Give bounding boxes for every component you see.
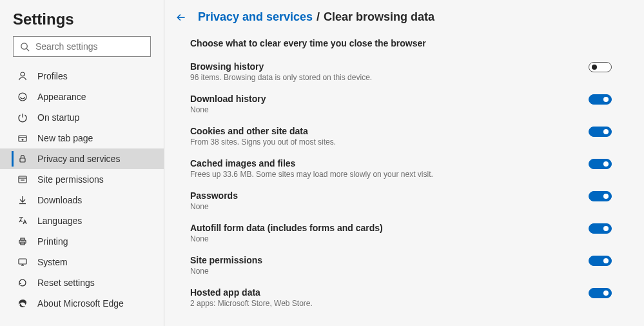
sidebar-item-languages[interactable]: Languages [0, 210, 164, 231]
breadcrumb-separator: / [317, 10, 320, 23]
sidebar-item-downloads[interactable]: Downloads [0, 190, 164, 210]
sidebar-item-label: On startup [37, 112, 79, 123]
lock-icon [17, 153, 28, 165]
clear-data-options: Browsing history 96 items. Browsing data… [190, 61, 612, 308]
printer-icon [17, 236, 28, 247]
toggle-hosted-app-data[interactable] [589, 288, 612, 298]
option-passwords: Passwords None [190, 190, 612, 211]
breadcrumb: Privacy and services / Clear browsing da… [175, 10, 612, 24]
toggle-cached[interactable] [589, 159, 612, 169]
option-title: Cached images and files [190, 158, 576, 168]
option-title: Cookies and other site data [190, 126, 576, 136]
sidebar-item-label: Profiles [37, 71, 68, 81]
option-title: Passwords [190, 190, 576, 201]
toggle-download-history[interactable] [589, 94, 612, 105]
search-input[interactable] [35, 41, 148, 52]
sidebar-item-privacy[interactable]: Privacy and services [0, 148, 164, 169]
toggle-cookies[interactable] [589, 127, 612, 137]
sidebar-item-profiles[interactable]: Profiles [0, 66, 164, 87]
breadcrumb-current: Clear browsing data [324, 10, 434, 23]
option-title: Autofill form data (includes forms and c… [190, 223, 576, 233]
option-title: Browsing history [190, 61, 576, 72]
search-wrap [0, 35, 164, 63]
sidebar-item-appearance[interactable]: Appearance [0, 87, 164, 107]
back-button[interactable] [175, 11, 188, 24]
appearance-icon [17, 91, 28, 103]
download-icon [17, 194, 28, 206]
svg-point-2 [21, 72, 24, 76]
permissions-icon [17, 174, 28, 185]
search-icon [19, 41, 30, 52]
toggle-autofill[interactable] [589, 223, 612, 234]
svg-rect-17 [19, 259, 26, 264]
sidebar-item-system[interactable]: System [0, 252, 164, 272]
option-autofill: Autofill form data (includes forms and c… [190, 223, 612, 243]
breadcrumb-text: Privacy and services / Clear browsing da… [198, 10, 434, 24]
power-icon [17, 112, 28, 123]
svg-line-1 [26, 48, 29, 51]
sidebar-item-on-startup[interactable]: On startup [0, 107, 164, 128]
option-title: Download history [190, 94, 576, 104]
new-tab-icon [17, 132, 28, 144]
svg-rect-15 [21, 238, 24, 240]
svg-rect-8 [20, 158, 25, 162]
sidebar-item-label: Languages [37, 216, 82, 226]
sidebar-item-label: Site permissions [37, 174, 104, 185]
sidebar-item-site-permissions[interactable]: Site permissions [0, 169, 164, 190]
toggle-site-permissions[interactable] [589, 256, 612, 266]
sidebar-item-reset[interactable]: Reset settings [0, 272, 164, 293]
option-site-permissions: Site permissions None [190, 255, 612, 276]
profile-icon [17, 70, 28, 82]
option-title: Hosted app data [190, 287, 576, 298]
settings-nav: Profiles Appearance On startup New tab p… [0, 63, 164, 314]
sidebar-item-label: Reset settings [37, 278, 95, 288]
option-desc: None [190, 202, 576, 211]
sidebar-item-label: New tab page [37, 133, 93, 143]
option-desc: 2 apps: Microsoft Store, Web Store. [190, 299, 576, 308]
option-desc: 96 items. Browsing data is only stored o… [190, 73, 576, 82]
option-cached: Cached images and files Frees up 33.6 MB… [190, 158, 612, 179]
option-desc: From 38 sites. Signs you out of most sit… [190, 138, 576, 147]
sidebar-item-label: Appearance [37, 92, 86, 102]
main-content: Privacy and services / Clear browsing da… [164, 0, 644, 326]
sidebar-item-new-tab[interactable]: New tab page [0, 128, 164, 148]
toggle-browsing-history[interactable] [589, 62, 612, 72]
option-title: Site permissions [190, 255, 576, 265]
section-heading: Choose what to clear every time you clos… [190, 38, 612, 48]
settings-sidebar: Settings Profiles Appearance On startup … [0, 0, 164, 326]
option-cookies: Cookies and other site data From 38 site… [190, 126, 612, 147]
option-download-history: Download history None [190, 94, 612, 114]
option-desc: None [190, 105, 576, 114]
option-desc: None [190, 267, 576, 276]
svg-point-0 [21, 43, 26, 48]
toggle-passwords[interactable] [589, 191, 612, 201]
search-box[interactable] [13, 36, 151, 57]
option-hosted-app-data: Hosted app data 2 apps: Microsoft Store,… [190, 287, 612, 308]
sidebar-item-label: Privacy and services [37, 154, 120, 164]
page-title: Settings [0, 10, 164, 35]
option-desc: None [190, 234, 576, 243]
system-icon [17, 256, 28, 268]
edge-icon [17, 298, 28, 309]
option-desc: Frees up 33.6 MB. Some sites may load mo… [190, 170, 576, 179]
language-icon [17, 215, 28, 227]
sidebar-item-about[interactable]: About Microsoft Edge [0, 293, 164, 314]
breadcrumb-parent-link[interactable]: Privacy and services [198, 10, 313, 23]
svg-point-3 [19, 93, 26, 101]
sidebar-item-label: System [37, 257, 68, 267]
sidebar-item-printing[interactable]: Printing [0, 231, 164, 252]
sidebar-item-label: About Microsoft Edge [37, 298, 124, 309]
sidebar-item-label: Printing [37, 236, 68, 247]
option-browsing-history: Browsing history 96 items. Browsing data… [190, 61, 612, 82]
reset-icon [17, 277, 28, 289]
svg-rect-9 [19, 176, 26, 183]
sidebar-item-label: Downloads [37, 195, 82, 205]
